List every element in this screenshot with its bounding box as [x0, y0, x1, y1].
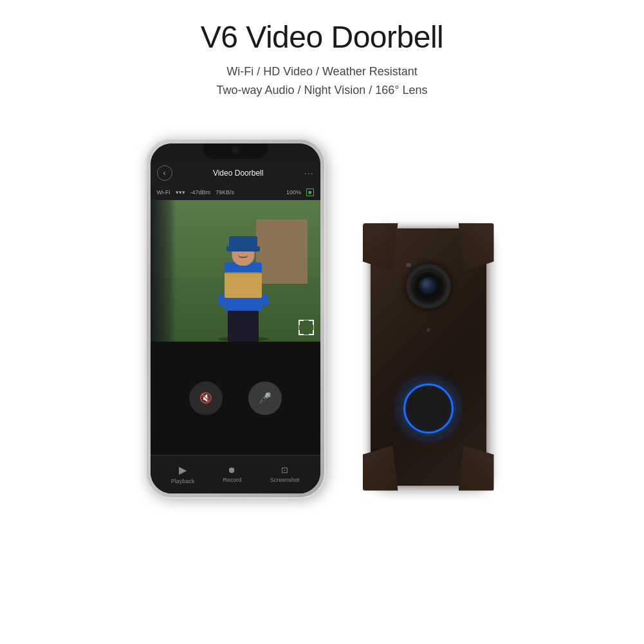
back-icon: ‹ — [163, 169, 166, 178]
doorbell-bottom-right-wing — [459, 446, 494, 491]
camera-feed-background — [151, 200, 320, 342]
nav-record[interactable]: ⏺ Record — [223, 465, 241, 483]
battery-label: 100% — [286, 189, 301, 196]
screenshot-icon: ⊡ — [281, 465, 288, 475]
record-icon: ⏺ — [228, 465, 236, 475]
phone-info-bar: Wi-Fi ▾▾▾ -47dBm 79KB/s 100% ■ — [151, 185, 320, 200]
phone-app-bar: ‹ Video Doorbell ··· — [151, 161, 320, 185]
header-section: V6 Video Doorbell Wi-Fi / HD Video / Wea… — [201, 19, 444, 100]
doorbell-device — [358, 228, 499, 499]
phone-screen: ‹ Video Doorbell ··· Wi-Fi ▾▾▾ -47dBm 79… — [151, 143, 320, 493]
doorbell-mic-dot — [427, 328, 430, 332]
product-features: Wi-Fi / HD Video / Weather Resistant Two… — [201, 62, 444, 100]
doorbell-bottom-left-wing — [363, 446, 398, 491]
phone-bottom-nav: ▶ Playback ⏺ Record ⊡ Screenshot — [151, 455, 320, 493]
mic-icon: 🎤 — [259, 392, 271, 404]
phone-controls: 🔇 🎤 — [189, 382, 282, 415]
mute-icon: 🔇 — [199, 392, 212, 404]
phone-device: ‹ Video Doorbell ··· Wi-Fi ▾▾▾ -47dBm 79… — [145, 138, 326, 499]
delivery-person — [205, 213, 282, 342]
phone-notch — [203, 143, 268, 159]
playback-icon: ▶ — [179, 464, 187, 476]
signal-strength: -47dBm — [190, 189, 211, 196]
camera-outer-ring — [406, 264, 451, 309]
doorbell-bell-button[interactable] — [396, 376, 461, 441]
doorbell-top-right-wing — [459, 223, 494, 271]
screenshot-label: Screenshot — [270, 477, 300, 483]
bell-button-ring — [403, 383, 454, 434]
doorbell-camera-section — [403, 261, 454, 312]
playback-label: Playback — [171, 478, 195, 484]
feature-line-2: Two-way Audio / Night Vision / 166° Lens — [201, 81, 444, 100]
page-container: V6 Video Doorbell Wi-Fi / HD Video / Wea… — [0, 0, 644, 644]
camera-target-box — [299, 320, 314, 335]
feature-line-1: Wi-Fi / HD Video / Weather Resistant — [201, 62, 444, 81]
wifi-icon: ▾▾▾ — [176, 189, 185, 196]
nav-screenshot[interactable]: ⊡ Screenshot — [270, 465, 300, 483]
nav-playback[interactable]: ▶ Playback — [171, 464, 195, 484]
phone-dark-area: 🔇 🎤 — [151, 342, 320, 455]
speed-label: 79KB/s — [216, 189, 234, 196]
mic-button[interactable]: 🎤 — [248, 382, 282, 415]
phone-outer-shell: ‹ Video Doorbell ··· Wi-Fi ▾▾▾ -47dBm 79… — [145, 138, 326, 499]
app-bar-title: Video Doorbell — [172, 169, 304, 178]
more-button[interactable]: ··· — [304, 168, 314, 178]
doorbell-body — [371, 228, 486, 486]
wifi-label: Wi-Fi — [157, 189, 170, 196]
battery-icon: ■ — [306, 189, 313, 196]
doorbell-top-left-wing — [363, 223, 398, 271]
camera-mid-ring — [412, 270, 445, 302]
bell-button-outer — [398, 378, 459, 439]
camera-feed — [151, 200, 320, 342]
bell-button-inner — [410, 391, 446, 426]
mute-button[interactable]: 🔇 — [189, 382, 223, 415]
more-icon: ··· — [304, 168, 314, 178]
products-row: ‹ Video Doorbell ··· Wi-Fi ▾▾▾ -47dBm 79… — [145, 138, 499, 499]
camera-lens — [419, 277, 438, 296]
back-button[interactable]: ‹ — [157, 165, 172, 181]
product-title: V6 Video Doorbell — [201, 19, 444, 55]
phone-notch-sensor — [232, 146, 239, 154]
record-label: Record — [223, 477, 241, 483]
